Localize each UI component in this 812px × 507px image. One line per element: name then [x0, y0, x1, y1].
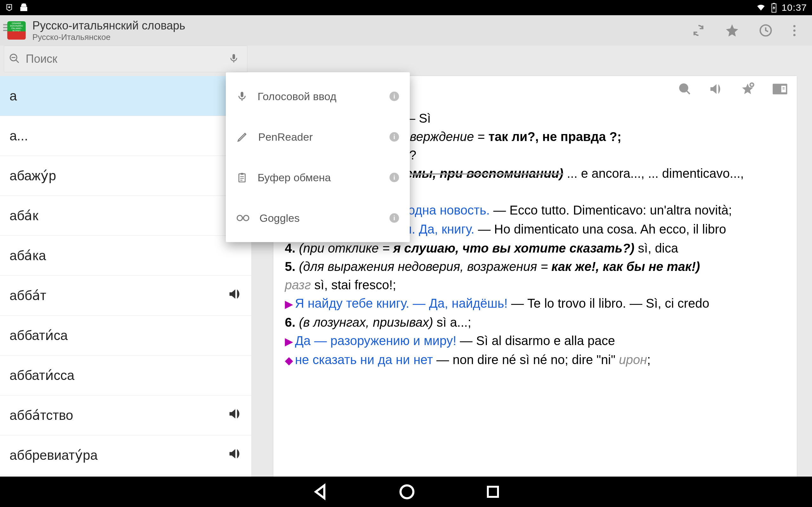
info-icon[interactable]: i	[390, 213, 399, 223]
star-icon[interactable]	[725, 23, 740, 38]
word-text: аббати́са	[9, 328, 68, 343]
app-toolbar: GRANDE DIZIONARIOITALIANO-RUSSO Русско-и…	[0, 15, 812, 46]
word-text: аббати́сса	[9, 368, 74, 383]
word-text: абба́т	[9, 288, 46, 303]
android-icon	[19, 3, 29, 12]
overflow-menu-icon[interactable]	[792, 24, 797, 38]
popup-item-label: Буфер обмена	[258, 171, 379, 184]
search-bar[interactable]	[4, 46, 247, 72]
app-title: Русско-итальянский словарь	[32, 19, 185, 32]
info-icon[interactable]: i	[390, 132, 399, 142]
recent-icon[interactable]	[485, 484, 501, 499]
svg-rect-15	[488, 487, 498, 497]
svg-rect-11	[241, 173, 244, 175]
word-text: абба́тство	[9, 407, 73, 423]
svg-point-12	[237, 216, 243, 221]
download-icon	[5, 3, 13, 12]
svg-rect-9	[241, 92, 244, 97]
android-navbar	[0, 476, 812, 507]
word-item[interactable]: абба́тство	[0, 395, 251, 435]
zoom-out-icon[interactable]	[9, 53, 21, 65]
popup-item-label: Goggles	[259, 212, 379, 224]
word-text: аба́к	[9, 208, 38, 223]
word-item[interactable]: а	[0, 76, 251, 116]
star-add-icon[interactable]	[740, 82, 755, 96]
info-icon[interactable]: i	[390, 173, 399, 182]
sound-icon[interactable]	[228, 287, 242, 304]
search-input[interactable]	[21, 52, 229, 66]
app-icon[interactable]: GRANDE DIZIONARIOITALIANO-RUSSO	[5, 19, 28, 42]
back-icon[interactable]	[311, 483, 328, 500]
word-text: абажу́р	[9, 168, 56, 183]
word-item[interactable]: а...	[0, 116, 251, 156]
word-item[interactable]: аба́к	[0, 196, 251, 236]
word-text: аба́ка	[9, 248, 46, 263]
wifi-icon	[756, 3, 766, 12]
word-text: а...	[9, 128, 28, 144]
svg-rect-10	[239, 174, 245, 182]
sound-icon[interactable]	[228, 407, 242, 424]
popup-item-label: Голосовой ввод	[258, 90, 379, 103]
word-item[interactable]: аббревиату́ра	[0, 435, 251, 475]
popup-item[interactable]: Голосовой вводi	[226, 76, 410, 117]
refresh-icon[interactable]	[691, 23, 706, 38]
svg-point-14	[401, 486, 414, 498]
svg-rect-4	[233, 54, 235, 59]
status-bar: 10:37	[0, 0, 812, 15]
input-method-popup: Голосовой вводiPenReaderiБуфер обменаiGo…	[226, 72, 410, 242]
clock-text: 10:37	[781, 2, 807, 13]
svg-point-13	[244, 216, 249, 221]
mic-icon[interactable]	[229, 52, 241, 66]
word-list[interactable]: аа...абажу́раба́каба́каабба́таббати́сааб…	[0, 76, 251, 476]
sound-icon[interactable]	[709, 82, 723, 96]
battery-charging-icon	[771, 3, 777, 13]
fullscreen-icon[interactable]	[772, 83, 788, 95]
home-icon[interactable]	[398, 483, 415, 500]
app-subtitle: Русско-Итальянское	[32, 32, 185, 42]
word-item[interactable]: аббати́сса	[0, 355, 251, 395]
svg-point-5	[680, 84, 688, 92]
popup-item[interactable]: Буфер обменаi	[226, 157, 410, 198]
sound-icon[interactable]	[228, 447, 242, 464]
history-icon[interactable]	[758, 23, 773, 38]
popup-item[interactable]: PenReaderi	[226, 117, 410, 157]
word-item[interactable]: аббати́са	[0, 316, 251, 355]
svg-rect-1	[773, 3, 774, 4]
popup-item-label: PenReader	[258, 131, 379, 143]
word-text: аббревиату́ра	[9, 447, 98, 463]
word-item[interactable]: абажу́р	[0, 156, 251, 196]
word-text: а	[9, 89, 17, 104]
word-item[interactable]: аба́ка	[0, 236, 251, 276]
info-icon[interactable]: i	[390, 92, 399, 101]
word-item[interactable]: абба́т	[0, 276, 251, 316]
popup-item[interactable]: Gogglesi	[226, 198, 410, 238]
search-icon[interactable]	[678, 82, 692, 96]
